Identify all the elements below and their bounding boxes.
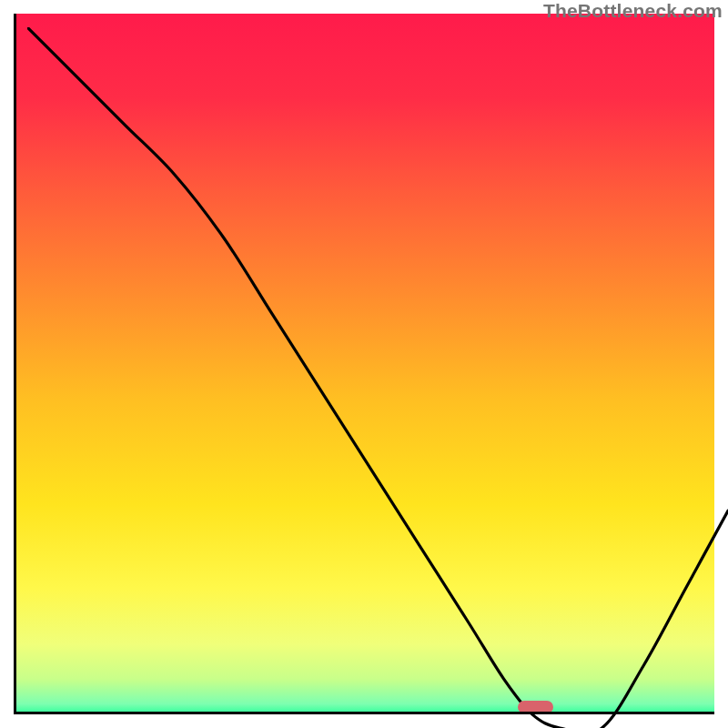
chart-background-gradient bbox=[14, 14, 714, 714]
svg-rect-0 bbox=[14, 14, 714, 714]
plot-area bbox=[14, 14, 714, 714]
watermark-text: TheBottleneck.com bbox=[543, 0, 723, 22]
y-axis bbox=[14, 14, 16, 714]
x-axis bbox=[14, 712, 714, 714]
bottleneck-chart: TheBottleneck.com bbox=[0, 0, 728, 728]
